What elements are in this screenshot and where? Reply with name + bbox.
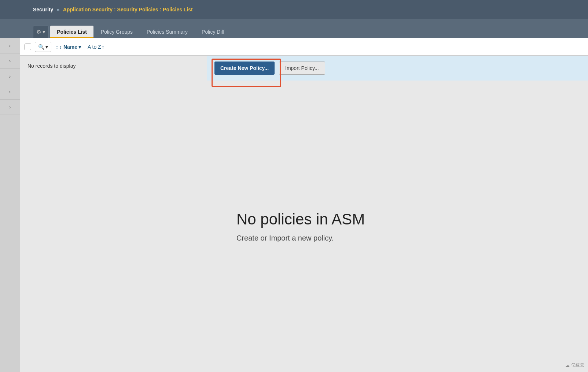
empty-state-subtitle: Create or Import a new policy.: [236, 234, 334, 242]
tab-bar: ⚙ ▾ Policies List Policy Groups Policies…: [0, 19, 588, 38]
sort-dropdown-icon: ▾: [78, 44, 81, 50]
empty-state: No policies in ASM Create or Import a ne…: [207, 81, 588, 372]
atoz-label: A to Z: [88, 44, 101, 50]
list-area: No records to display Create New Policy.…: [20, 56, 588, 372]
breadcrumb-security: Security: [33, 7, 53, 12]
sort-name-button[interactable]: ↕ ↕ Name ▾: [53, 42, 84, 52]
no-records-text: No records to display: [20, 56, 207, 76]
search-icon: 🔍: [38, 44, 44, 50]
tab-policy-diff[interactable]: Policy Diff: [195, 26, 231, 38]
list-right-pane: Create New Policy... Import Policy... No…: [207, 56, 588, 372]
main-content: › › › › › 🔍 ▾ ↕ ↕ Name ▾ A to Z ↑: [0, 38, 588, 372]
sidebar-arrow-4[interactable]: ›: [0, 84, 20, 100]
toolbar: 🔍 ▾ ↕ ↕ Name ▾ A to Z ↑: [20, 38, 588, 56]
breadcrumb: Security » Application Security : Securi…: [33, 7, 193, 12]
atoz-sort-button[interactable]: A to Z ↑: [85, 42, 107, 52]
tab-policy-groups[interactable]: Policy Groups: [94, 26, 139, 38]
breadcrumb-sep1: »: [57, 7, 59, 12]
sidebar-arrow-1[interactable]: ›: [0, 38, 20, 53]
watermark: ☁ 亿速云: [565, 362, 584, 368]
action-row: Create New Policy... Import Policy...: [207, 56, 588, 81]
search-button[interactable]: 🔍 ▾: [35, 42, 51, 52]
list-left-pane: No records to display: [20, 56, 207, 372]
sort-label: ↕ Name: [59, 44, 77, 50]
sort-icon: ↕: [56, 44, 58, 50]
content-panel: 🔍 ▾ ↕ ↕ Name ▾ A to Z ↑ No records to di…: [20, 38, 588, 372]
atoz-icon: ↑: [102, 44, 104, 50]
watermark-text: 亿速云: [571, 362, 584, 368]
top-bar: Security » Application Security : Securi…: [0, 0, 588, 19]
search-arrow: ▾: [45, 44, 48, 50]
sidebar-arrow-3[interactable]: ›: [0, 69, 20, 84]
sidebar-arrow-2[interactable]: ›: [0, 53, 20, 69]
breadcrumb-path: Application Security : Security Policies…: [63, 7, 193, 12]
sidebar-arrow-5[interactable]: ›: [0, 100, 20, 115]
create-new-policy-button[interactable]: Create New Policy...: [214, 62, 275, 75]
empty-state-title: No policies in ASM: [236, 211, 365, 228]
watermark-icon: ☁: [565, 363, 570, 368]
import-policy-button[interactable]: Import Policy...: [279, 62, 325, 75]
select-all-checkbox[interactable]: [25, 44, 31, 50]
tab-gear-button[interactable]: ⚙ ▾: [33, 26, 49, 38]
sidebar: › › › › ›: [0, 38, 20, 372]
tab-policies-list[interactable]: Policies List: [50, 26, 93, 38]
tab-policies-summary[interactable]: Policies Summary: [140, 26, 194, 38]
